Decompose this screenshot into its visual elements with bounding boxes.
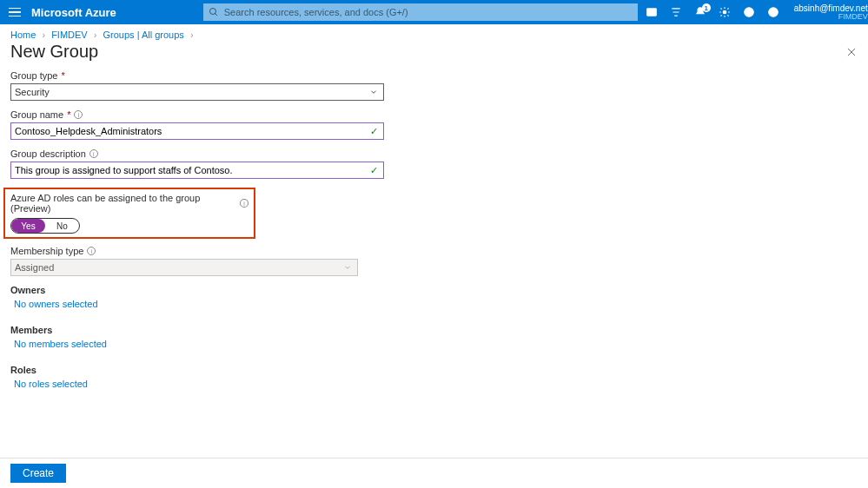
svg-line-1 [215,14,217,16]
chevron-right-icon: › [90,30,101,40]
group-type-value: Security [15,87,50,97]
group-desc-field: Group description i ✓ [10,148,381,179]
title-row: New Group [0,40,868,70]
aad-roles-toggle[interactable]: Yes No [10,218,80,234]
breadcrumb-groups[interactable]: Groups | All groups [103,30,184,40]
hamburger-menu-icon[interactable] [5,4,23,21]
notifications-icon[interactable]: 1 [693,5,707,19]
page-title: New Group [10,42,98,62]
members-heading: Members [10,325,381,335]
aad-roles-label: Azure AD roles can be assigned to the gr… [10,193,248,214]
svg-rect-2 [647,9,657,16]
create-button[interactable]: Create [10,464,66,483]
notification-badge: 1 [702,3,711,12]
toggle-yes[interactable]: Yes [11,219,45,233]
info-icon[interactable]: i [89,149,98,158]
group-name-label: Group name* i [10,109,381,120]
svg-point-3 [723,10,726,14]
roles-link[interactable]: No roles selected [14,379,88,389]
chevron-down-icon [369,88,378,98]
membership-type-field: Membership type i Assigned [10,246,381,276]
form-body: Group type* Security Group name* i ✓ Gro… [0,70,391,396]
group-desc-input-wrap[interactable]: ✓ [10,162,384,179]
info-icon[interactable]: i [74,110,83,119]
group-desc-label: Group description i [10,148,381,159]
top-header: Microsoft Azure 1 absinh@fimdev.net FIMD… [0,0,868,24]
brand-label: Microsoft Azure [31,6,116,19]
group-name-input-wrap[interactable]: ✓ [10,122,384,140]
membership-type-value: Assigned [15,262,54,273]
account-area[interactable]: absinh@fimdev.net FIMDEV [794,3,868,22]
close-icon[interactable] [845,46,858,58]
chevron-right-icon: › [38,30,49,40]
roles-heading: Roles [10,365,381,375]
group-name-input[interactable] [15,126,380,136]
owners-link[interactable]: No owners selected [14,299,98,309]
info-icon[interactable]: i [240,199,248,208]
svg-point-0 [209,9,215,15]
group-type-field: Group type* Security [10,70,381,101]
search-input[interactable] [224,7,633,17]
aad-roles-highlight-box: Azure AD roles can be assigned to the gr… [3,188,255,239]
breadcrumb-fimdev[interactable]: FIMDEV [51,30,88,40]
toggle-no[interactable]: No [45,219,79,233]
footer-bar: Create [0,458,868,488]
group-name-field: Group name* i ✓ [10,109,381,140]
directory-filter-icon[interactable] [669,5,683,19]
checkmark-icon: ✓ [370,126,378,137]
svg-point-8 [774,11,775,12]
info-icon[interactable]: i [87,247,96,255]
membership-type-label: Membership type i [10,246,381,256]
settings-gear-icon[interactable] [718,5,732,19]
svg-point-5 [748,15,749,16]
chevron-right-icon: › [187,30,197,40]
group-type-select[interactable]: Security [10,83,384,101]
group-type-label: Group type* [10,70,381,81]
checkmark-icon: ✓ [370,165,378,176]
members-link[interactable]: No members selected [14,339,107,349]
membership-type-select: Assigned [10,259,358,276]
group-desc-input[interactable] [15,165,380,175]
search-icon [209,7,219,17]
feedback-icon[interactable] [766,5,780,19]
owners-heading: Owners [10,285,381,295]
account-tenant: FIMDEV [838,13,868,21]
cloud-shell-icon[interactable] [645,5,659,19]
breadcrumb: Home › FIMDEV › Groups | All groups › [0,24,868,40]
svg-point-7 [772,11,772,12]
account-email: absinh@fimdev.net [794,4,868,13]
chevron-down-icon [343,263,352,274]
header-icon-bar: 1 [638,5,787,19]
breadcrumb-home[interactable]: Home [10,30,36,40]
search-box[interactable] [203,3,638,21]
svg-point-6 [769,8,779,17]
help-icon[interactable] [742,5,756,19]
